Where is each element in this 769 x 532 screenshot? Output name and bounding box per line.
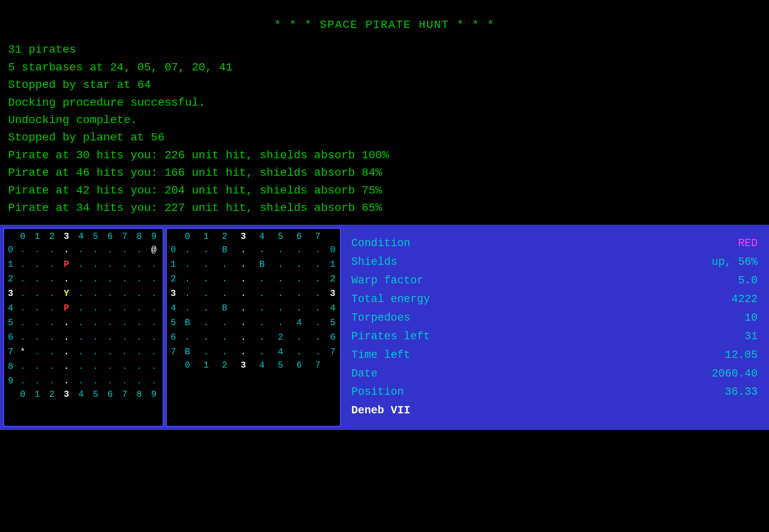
galaxy-cell: . <box>88 301 103 315</box>
galaxy-cell: . <box>132 359 147 374</box>
galaxy-cell: . <box>132 286 147 301</box>
galaxy-cell: . <box>132 301 147 315</box>
sector-cell: . <box>234 257 253 272</box>
shields-label: Shields <box>351 253 397 272</box>
galaxy-cell: . <box>117 301 132 315</box>
game-title: * * * SPACE PIRATE HUNT * * * <box>8 16 761 34</box>
col-label-4: 4 <box>253 230 271 243</box>
galaxy-cell: . <box>74 315 88 330</box>
sector-cell: . <box>271 243 290 257</box>
sector-cell: . <box>197 286 215 301</box>
warp-label: Warp factor <box>351 272 423 290</box>
sector-cell: . <box>234 243 253 257</box>
galaxy-cell: . <box>45 257 59 272</box>
galaxy-cell: . <box>74 374 88 388</box>
galaxy-cell: . <box>103 330 117 345</box>
sector-cell: . <box>308 345 327 359</box>
galaxy-cell: . <box>132 243 147 257</box>
sector-row-label-right-0: 0 <box>327 243 338 257</box>
sector-cell: . <box>308 330 327 345</box>
galaxy-cell: . <box>103 272 117 286</box>
log-line: Pirate at 34 hits you: 227 unit hit, shi… <box>8 199 761 217</box>
sector-row-label-left-7: 7 <box>168 345 178 359</box>
galaxy-cell: . <box>132 315 147 330</box>
row-label-1: 1 <box>6 257 15 272</box>
position-value: 36.33 <box>725 383 758 402</box>
sector-cell: 4 <box>290 315 308 330</box>
pirates-row: Pirates left 31 <box>351 328 758 346</box>
galaxy-cell: . <box>74 243 88 257</box>
sector-row-label-left-4: 4 <box>168 301 178 315</box>
galaxy-cell: . <box>132 374 147 388</box>
sector-cell: B <box>178 315 197 330</box>
sector-cell: . <box>197 315 215 330</box>
sector-cell: . <box>234 330 253 345</box>
galaxy-cell: . <box>59 359 74 374</box>
pirates-label: Pirates left <box>351 328 430 346</box>
galaxy-cell: @ <box>147 243 161 257</box>
col-label-8: 8 <box>132 388 147 400</box>
status-panel: Condition RED Shields up, 56% Warp facto… <box>343 228 766 427</box>
sector-cell: . <box>290 257 308 272</box>
galaxy-cell: . <box>15 374 30 388</box>
col-label-3: 3 <box>59 388 74 400</box>
sector-cell: . <box>197 272 215 286</box>
sector-cell: . <box>178 330 197 345</box>
galaxy-cell: . <box>45 272 59 286</box>
col-label-1: 1 <box>30 388 45 400</box>
col-label-2: 2 <box>45 388 59 400</box>
col-label-4: 4 <box>74 388 88 400</box>
col-label-2: 2 <box>215 359 234 371</box>
galaxy-cell: . <box>30 359 45 374</box>
warp-value: 5.0 <box>738 272 758 290</box>
row-label-2: 2 <box>6 272 15 286</box>
galaxy-cell: . <box>15 286 30 301</box>
col-label-0: 0 <box>178 359 197 371</box>
sector-cell: . <box>197 301 215 315</box>
col-label-1: 1 <box>30 230 45 243</box>
sector-row-label-right-2: 2 <box>327 272 338 286</box>
sector-cell: . <box>290 243 308 257</box>
galaxy-cell: . <box>74 286 88 301</box>
sector-cell: . <box>197 345 215 359</box>
galaxy-cell: . <box>45 301 59 315</box>
sector-cell: . <box>308 257 327 272</box>
galaxy-cell: . <box>88 315 103 330</box>
galaxy-cell: . <box>88 359 103 374</box>
sector-cell: . <box>253 330 271 345</box>
sector-row-label-right-6: 6 <box>327 330 338 345</box>
galaxy-cell: . <box>45 243 59 257</box>
sector-cell: . <box>253 301 271 315</box>
galaxy-cell: . <box>147 345 161 359</box>
galaxy-cell: . <box>147 359 161 374</box>
sector-row-label-right-7: 7 <box>327 345 338 359</box>
col-label-2: 2 <box>215 230 234 243</box>
galaxy-cell: . <box>103 286 117 301</box>
galaxy-cell: . <box>88 272 103 286</box>
col-label-0: 0 <box>15 388 30 400</box>
galaxy-cell: . <box>147 257 161 272</box>
sector-cell: . <box>197 257 215 272</box>
row-label-9: 9 <box>6 374 15 388</box>
sector-cell: . <box>197 330 215 345</box>
log-line: Stopped by planet at 56 <box>8 129 761 146</box>
col-label-9: 9 <box>147 230 161 243</box>
galaxy-cell: . <box>30 286 45 301</box>
galaxy-cell: . <box>59 374 74 388</box>
sector-cell: . <box>308 286 327 301</box>
galaxy-cell: . <box>132 257 147 272</box>
galaxy-cell: . <box>15 272 30 286</box>
galaxy-cell: . <box>132 330 147 345</box>
col-label-4: 4 <box>74 230 88 243</box>
condition-value: RED <box>738 234 758 253</box>
sector-row-label-right-3: 3 <box>327 286 338 301</box>
planet-name: Deneb VII <box>351 402 410 420</box>
galaxy-cell: . <box>30 315 45 330</box>
sector-row-label-right-1: 1 <box>327 257 338 272</box>
galaxy-cell: . <box>45 359 59 374</box>
col-label-7: 7 <box>308 359 327 371</box>
sector-cell: . <box>290 272 308 286</box>
position-label: Position <box>351 383 404 402</box>
galaxy-cell: . <box>103 257 117 272</box>
galaxy-cell: . <box>15 315 30 330</box>
